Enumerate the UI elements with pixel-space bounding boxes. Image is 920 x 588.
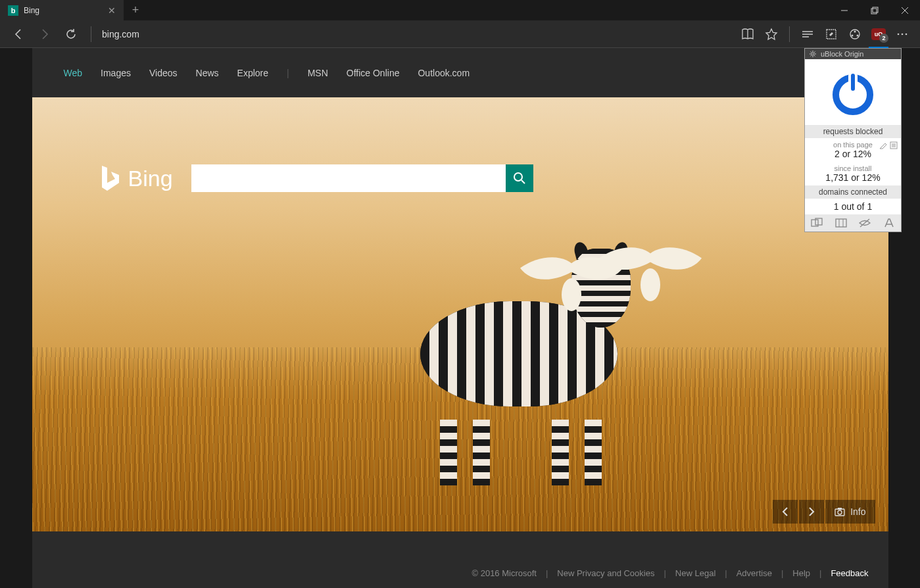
bing-nav: Web Images Videos News Explore | MSN Off… [32, 48, 888, 97]
svg-point-15 [906, 33, 908, 35]
ublock-domains-value: 1 out of 1 [834, 201, 872, 212]
nav-web[interactable]: Web [64, 68, 83, 78]
address-bar[interactable]: bing.com [99, 29, 734, 39]
ublock-extension-icon[interactable]: uO 2 [867, 23, 890, 45]
svg-point-16 [514, 173, 522, 181]
svg-rect-1 [871, 9, 877, 14]
footer-copyright: © 2016 Microsoft [472, 568, 536, 578]
window-titlebar: b Bing ✕ + [0, 0, 920, 20]
svg-line-33 [860, 219, 869, 227]
hero-controls: Info [773, 500, 875, 524]
hero-next-button[interactable] [799, 500, 824, 524]
svg-line-17 [521, 180, 525, 184]
browser-tab[interactable]: b Bing ✕ [0, 0, 124, 20]
ublock-badge: uO 2 [871, 28, 886, 40]
search-row: Bing [98, 163, 533, 193]
ublock-requests-header: requests blocked [805, 125, 901, 138]
ublock-header: uBlock Origin [805, 49, 901, 59]
ublock-power-button[interactable] [805, 59, 901, 125]
ublock-install-value: 1,731 or 12% [825, 172, 880, 183]
bird-illustration [604, 229, 696, 308]
bing-favicon: b [8, 5, 18, 16]
hero-image: Bing Info [32, 97, 888, 531]
bird-illustration [525, 239, 617, 318]
picker-icon[interactable] [879, 141, 888, 150]
block-element-icon[interactable] [811, 218, 823, 228]
tab-title: Bing [24, 6, 103, 15]
nav-images[interactable]: Images [101, 68, 131, 78]
footer-legal[interactable]: New Legal [675, 568, 715, 578]
forward-button[interactable] [33, 22, 57, 46]
ublock-page-row: on this page 2 or 12% [805, 138, 901, 162]
svg-point-19 [838, 510, 842, 514]
browser-toolbar: bing.com uO 2 [0, 20, 920, 48]
ublock-page-value: 2 or 12% [835, 149, 871, 159]
gear-icon[interactable] [809, 50, 817, 58]
ublock-count-badge: 2 [879, 34, 888, 43]
search-input[interactable] [191, 164, 506, 192]
tab-close-icon[interactable]: ✕ [108, 5, 116, 16]
notes-icon[interactable] [820, 23, 842, 45]
more-menu-icon[interactable] [891, 23, 913, 45]
log-icon[interactable] [889, 141, 898, 150]
separator [91, 26, 91, 42]
ublock-title: uBlock Origin [821, 50, 863, 58]
separator: | [287, 68, 289, 78]
footer-feedback[interactable]: Feedback [831, 568, 868, 578]
svg-point-11 [852, 34, 854, 36]
page-footer: © 2016 Microsoft | New Privacy and Cooki… [32, 558, 888, 588]
nav-videos[interactable]: Videos [149, 68, 178, 78]
svg-point-10 [854, 30, 856, 32]
svg-rect-20 [838, 508, 842, 510]
separator [789, 26, 790, 42]
page-content: Web Images Videos News Explore | MSN Off… [0, 48, 920, 588]
svg-rect-23 [850, 72, 856, 92]
svg-rect-30 [836, 219, 846, 227]
svg-point-14 [902, 33, 904, 35]
footer-help[interactable]: Help [792, 568, 810, 578]
block-fonts-icon[interactable] [883, 218, 895, 228]
hero-info-button[interactable]: Info [825, 500, 875, 524]
footer-advertise[interactable]: Advertise [737, 568, 772, 578]
bing-logo-text: Bing [128, 166, 173, 191]
back-button[interactable] [7, 22, 30, 46]
svg-point-12 [857, 34, 859, 36]
maximize-button[interactable] [859, 0, 890, 20]
block-media-icon[interactable] [835, 218, 847, 228]
svg-point-13 [898, 33, 900, 35]
footer-privacy[interactable]: New Privacy and Cookies [557, 568, 654, 578]
close-window-button[interactable] [890, 0, 920, 20]
search-box [191, 164, 533, 192]
nav-news[interactable]: News [196, 68, 219, 78]
nav-office[interactable]: Office Online [347, 68, 400, 78]
new-tab-button[interactable]: + [124, 0, 147, 20]
reading-view-icon[interactable] [737, 23, 759, 45]
ublock-install-row: since install 1,731 or 12% [805, 162, 901, 185]
nav-msn[interactable]: MSN [308, 68, 328, 78]
favorite-icon[interactable] [760, 23, 783, 45]
refresh-button[interactable] [59, 22, 83, 46]
search-icon [512, 171, 527, 185]
power-icon [828, 68, 878, 118]
svg-rect-2 [873, 7, 878, 12]
camera-icon [835, 507, 845, 516]
nav-explore[interactable]: Explore [237, 68, 268, 78]
nav-outlook[interactable]: Outlook.com [418, 68, 470, 78]
block-cosmetic-icon[interactable] [859, 218, 871, 228]
hero-prev-button[interactable] [773, 500, 798, 524]
ublock-domains-header: domains connected [805, 185, 901, 199]
search-button[interactable] [506, 164, 533, 192]
hero-info-label: Info [850, 506, 865, 517]
svg-point-21 [811, 53, 814, 55]
ublock-footer [805, 214, 901, 232]
window-controls [829, 0, 920, 20]
bing-logo: Bing [98, 163, 173, 193]
hub-icon[interactable] [796, 23, 819, 45]
ublock-popup: uBlock Origin requests blocked on this p… [804, 48, 902, 232]
minimize-button[interactable] [829, 0, 859, 20]
share-icon[interactable] [844, 23, 866, 45]
ublock-domains-row: 1 out of 1 [805, 199, 901, 214]
